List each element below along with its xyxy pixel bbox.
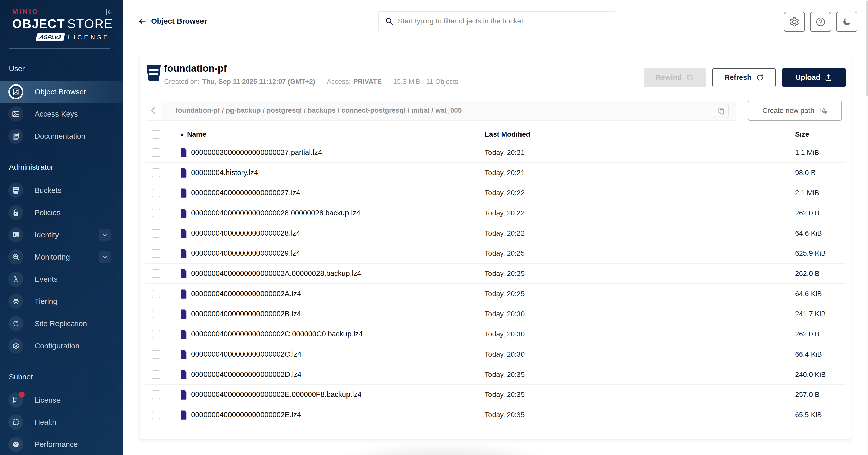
page-title: Object Browser	[151, 17, 207, 26]
sidebar-item-identity[interactable]: Identity	[0, 224, 123, 246]
divider	[9, 179, 110, 179]
row-checkbox[interactable]	[152, 330, 160, 338]
rewind-button[interactable]: Rewind	[644, 68, 706, 87]
object-list: 000000030000000000000027.partial.lz4 Tod…	[145, 143, 845, 425]
table-row[interactable]: 00000004000000000000002C.000000C0.backup…	[145, 324, 845, 344]
object-size: 64.6 KiB	[795, 229, 845, 237]
table-row[interactable]: 000000040000000000000028.00000028.backup…	[145, 203, 845, 223]
object-last-modified: Today, 20:25	[485, 249, 795, 257]
row-checkbox[interactable]	[152, 229, 160, 238]
sidebar-item-object-browser[interactable]: Object Browser	[0, 81, 123, 103]
sidebar-item-health[interactable]: Health	[0, 411, 123, 433]
file-icon	[180, 269, 187, 278]
product-name: OBJECTSTORE	[12, 17, 111, 31]
table-row[interactable]: 00000004000000000000002E.000000F8.backup…	[145, 385, 845, 405]
sidebar-item-performance[interactable]: Performance	[0, 433, 123, 455]
row-checkbox[interactable]	[152, 169, 160, 177]
column-header-last-modified: Last Modified	[485, 130, 795, 139]
object-size: 2.1 MiB	[795, 189, 845, 197]
table-row[interactable]: 00000004000000000000002B.lz4 Today, 20:3…	[145, 304, 845, 324]
object-size: 98.0 B	[795, 169, 845, 177]
object-size: 240.0 KiB	[795, 370, 845, 378]
breadcrumb-back-button[interactable]	[146, 101, 161, 120]
row-checkbox[interactable]	[152, 249, 160, 258]
object-name: 00000004000000000000002A.lz4	[191, 290, 301, 298]
row-checkbox[interactable]	[152, 148, 160, 157]
sidebar-collapse-icon[interactable]	[104, 6, 115, 18]
table-row[interactable]: 00000004000000000000002A.lz4 Today, 20:2…	[145, 284, 845, 304]
sidebar-item-buckets[interactable]: Buckets	[0, 179, 123, 202]
row-checkbox[interactable]	[152, 209, 160, 217]
row-checkbox[interactable]	[152, 310, 160, 318]
sidebar-sections: User Object Browser Access Keys Document…	[0, 64, 123, 455]
sidebar-item-license[interactable]: License	[0, 389, 123, 411]
object-last-modified: Today, 20:35	[485, 391, 795, 399]
site-replication-icon	[8, 316, 24, 331]
row-checkbox[interactable]	[152, 189, 160, 197]
table-row[interactable]: 000000040000000000000027.lz4 Today, 20:2…	[145, 183, 845, 203]
table-row[interactable]: 00000004.history.lz4 Today, 20:21 98.0 B	[145, 163, 845, 183]
sidebar-item-documentation[interactable]: Documentation	[0, 125, 123, 147]
help-icon	[815, 17, 826, 27]
object-name: 00000004000000000000002C.lz4	[191, 350, 301, 358]
column-header-name[interactable]: ▲ Name	[180, 130, 485, 139]
object-last-modified: Today, 20:22	[485, 189, 795, 197]
file-icon	[180, 148, 187, 157]
object-last-modified: Today, 20:30	[485, 330, 795, 338]
select-all-checkbox[interactable]	[152, 130, 160, 139]
sidebar-item-events[interactable]: λ Events	[0, 268, 123, 290]
object-size: 257.0 B	[795, 391, 845, 399]
identity-icon	[8, 227, 24, 242]
license-icon	[8, 392, 24, 407]
copy-path-button[interactable]	[714, 104, 728, 118]
search-input[interactable]	[398, 11, 615, 31]
refresh-icon	[756, 74, 764, 82]
table-row[interactable]: 000000040000000000000029.lz4 Today, 20:2…	[145, 243, 845, 264]
sidebar-item-site-replication[interactable]: Site Replication	[0, 312, 123, 335]
column-header-size: Size	[795, 130, 845, 139]
create-new-path-button[interactable]: Create new path	[748, 101, 842, 121]
table-row[interactable]: 00000004000000000000002E.lz4 Today, 20:3…	[145, 405, 845, 425]
row-checkbox[interactable]	[152, 269, 160, 278]
bucket-summary: 15.3 MiB - 11 Objects	[394, 78, 459, 86]
row-checkbox[interactable]	[152, 390, 160, 399]
help-button[interactable]	[810, 12, 831, 32]
back-button[interactable]: Object Browser	[138, 0, 207, 42]
table-row[interactable]: 00000004000000000000002C.lz4 Today, 20:3…	[145, 344, 845, 364]
object-last-modified: Today, 20:25	[485, 290, 795, 298]
back-arrow-icon	[138, 17, 147, 26]
scrollbar-thumb[interactable]	[866, 0, 868, 96]
sidebar-item-monitoring[interactable]: Monitoring	[0, 246, 123, 268]
access-label: Access:	[327, 78, 351, 86]
sidebar: MINIO OBJECTSTORE AGPLv3 LICENSE User Ob…	[0, 0, 123, 455]
upload-button[interactable]: Upload	[782, 68, 845, 87]
top-actions	[784, 12, 858, 32]
bucket-card: foundation-pf Created on: Thu, Sep 11 20…	[140, 56, 851, 439]
dark-mode-button[interactable]	[836, 12, 858, 32]
chevron-down-icon[interactable]	[99, 229, 111, 241]
file-icon	[180, 208, 187, 218]
sidebar-section-label: Subnet	[9, 372, 123, 381]
sidebar-item-configuration[interactable]: Configuration	[0, 335, 123, 357]
row-checkbox[interactable]	[152, 411, 160, 419]
row-checkbox[interactable]	[152, 290, 160, 298]
sidebar-item-access-keys[interactable]: Access Keys	[0, 103, 123, 125]
table-row[interactable]: 000000040000000000000028.lz4 Today, 20:2…	[145, 223, 845, 243]
file-icon	[180, 188, 187, 198]
chevron-left-icon	[149, 106, 159, 116]
breadcrumb-path[interactable]: foundation-pf / pg-backup / postgresql /…	[176, 107, 462, 115]
row-checkbox[interactable]	[152, 350, 160, 359]
refresh-button[interactable]: Refresh	[712, 68, 776, 87]
rewind-icon	[686, 74, 694, 82]
app-logo: MINIO OBJECTSTORE AGPLv3 LICENSE	[0, 0, 123, 41]
table-row[interactable]: 00000004000000000000002A.00000028.backup…	[145, 264, 845, 284]
table-row[interactable]: 000000030000000000000027.partial.lz4 Tod…	[145, 143, 845, 163]
settings-button[interactable]	[784, 12, 805, 32]
table-row[interactable]: 00000004000000000000002D.lz4 Today, 20:3…	[145, 364, 845, 385]
sidebar-item-policies[interactable]: Policies	[0, 202, 123, 224]
chevron-down-icon[interactable]	[99, 251, 111, 263]
moon-icon	[842, 17, 852, 27]
sidebar-item-tiering[interactable]: Tiering	[0, 290, 123, 312]
created-label: Created on:	[164, 78, 200, 86]
row-checkbox[interactable]	[152, 370, 160, 379]
